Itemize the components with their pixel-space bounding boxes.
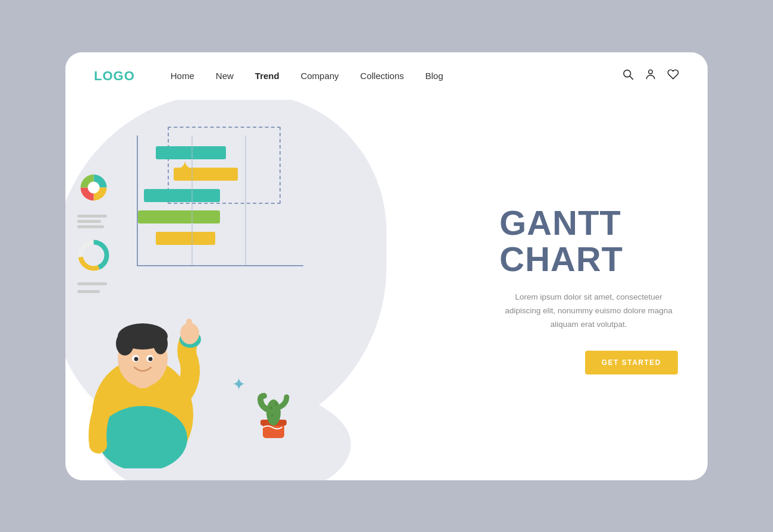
nav-link-new[interactable]: New (216, 71, 234, 81)
gantt-bar-5 (156, 232, 215, 245)
legend-line-2 (77, 220, 101, 223)
nav-link-collections[interactable]: Collections (360, 71, 404, 81)
gantt-bar-4 (138, 210, 220, 223)
nav-links: Home New Trend Company Collections Blog (171, 71, 622, 81)
gantt-grid-line-1 (191, 136, 193, 265)
svg-point-14 (153, 333, 168, 354)
hero-title: GANTT CHART (499, 205, 678, 278)
search-icon[interactable] (622, 68, 634, 83)
svg-point-18 (149, 357, 153, 361)
navbar: LOGO Home New Trend Company Collections … (65, 52, 708, 100)
gantt-grid-line-2 (245, 136, 246, 265)
gantt-grid (137, 136, 303, 266)
main-content: ✦ (65, 100, 708, 480)
gantt-visual (137, 136, 303, 266)
hero-title-line2: CHART (499, 240, 623, 278)
legend-line-1 (77, 215, 107, 218)
person-illustration (77, 248, 208, 468)
nav-link-blog[interactable]: Blog (425, 71, 443, 81)
svg-point-13 (116, 332, 134, 355)
nav-link-company[interactable]: Company (301, 71, 339, 81)
nav-item-home[interactable]: Home (171, 71, 194, 81)
sparkle-small-icon: ✦ (232, 374, 246, 394)
svg-point-27 (271, 414, 274, 417)
nav-item-collections[interactable]: Collections (360, 71, 404, 81)
plant-icon (250, 383, 297, 442)
nav-item-trend[interactable]: Trend (255, 71, 279, 81)
nav-item-new[interactable]: New (216, 71, 234, 81)
hero-description: Lorem ipsum dolor sit amet, consectetuer… (499, 291, 678, 332)
nav-item-company[interactable]: Company (301, 71, 339, 81)
right-panel: GANTT CHART Lorem ipsum dolor sit amet, … (482, 100, 708, 480)
legend-lines (77, 215, 110, 228)
nav-link-home[interactable]: Home (171, 71, 194, 81)
hero-title-line1: GANTT (499, 203, 621, 242)
main-card: LOGO Home New Trend Company Collections … (65, 52, 708, 480)
svg-point-17 (134, 357, 139, 361)
pie-chart-icon (77, 171, 110, 204)
svg-line-1 (630, 76, 633, 79)
sparkle-top-icon: ✦ (175, 156, 194, 182)
nav-item-blog[interactable]: Blog (425, 71, 443, 81)
get-started-button[interactable]: GET STARTED (585, 351, 678, 374)
plant-container (250, 383, 297, 445)
svg-rect-21 (186, 319, 192, 335)
svg-point-26 (275, 403, 277, 405)
svg-point-9 (98, 406, 187, 468)
heart-icon[interactable] (667, 68, 679, 83)
gantt-bar-3 (144, 189, 220, 202)
user-icon[interactable] (645, 68, 656, 83)
nav-link-trend[interactable]: Trend (255, 71, 279, 81)
svg-point-25 (270, 407, 272, 409)
nav-icons (622, 68, 679, 83)
svg-point-2 (649, 70, 653, 74)
svg-point-4 (88, 181, 100, 193)
left-panel: ✦ (65, 100, 482, 480)
logo[interactable]: LOGO (94, 68, 135, 84)
legend-line-3 (77, 225, 104, 228)
svg-point-24 (266, 399, 281, 426)
